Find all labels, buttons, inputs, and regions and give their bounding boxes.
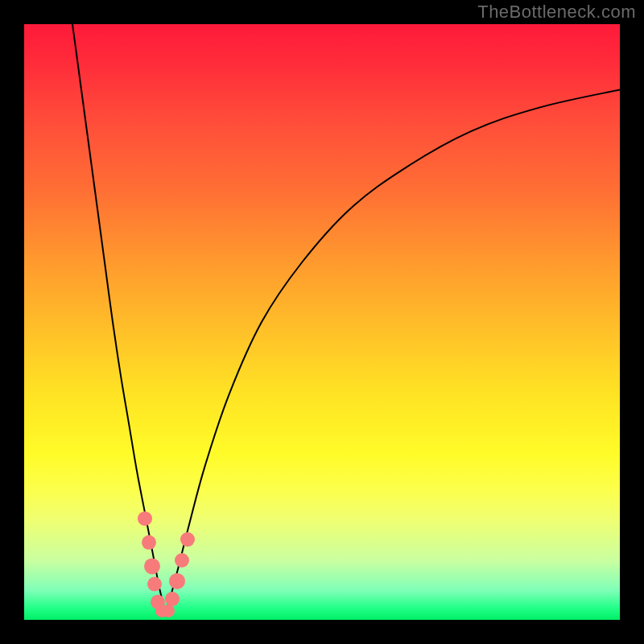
plot-area [24, 24, 620, 620]
marker-dot [169, 573, 185, 589]
watermark-text: TheBottleneck.com [477, 2, 636, 23]
marker-dot [144, 558, 160, 574]
bottleneck-curve [72, 24, 620, 614]
marker-dot [180, 532, 195, 547]
curve-layer [24, 24, 620, 620]
marker-dot [138, 511, 152, 526]
marker-dot [147, 577, 162, 592]
marker-dot [165, 592, 180, 606]
marker-dot [162, 605, 175, 617]
marker-dot [175, 553, 189, 568]
chart-frame: TheBottleneck.com [0, 0, 644, 644]
marker-dot [142, 535, 156, 550]
highlight-markers [138, 511, 195, 617]
series-left-branch [72, 24, 165, 614]
series-right-branch [165, 89, 620, 613]
